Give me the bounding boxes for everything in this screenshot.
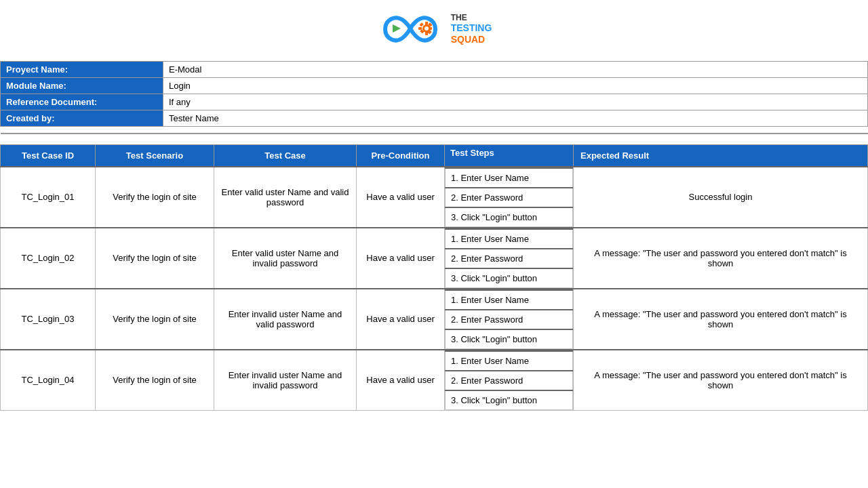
info-table: Proyect Name: E-Modal Module Name: Login…	[0, 61, 868, 134]
step-item: 1. Enter User Name	[446, 168, 573, 188]
logo-container: THE TESTING SQUAD	[376, 7, 492, 51]
logo-icon	[376, 7, 444, 51]
test-steps: 1. Enter User Name2. Enter Password3. Cl…	[445, 289, 574, 350]
test-scenario: Verify the login of site	[96, 228, 214, 289]
test-scenario: Verify the login of site	[96, 289, 214, 350]
test-case-desc: Enter valid uster Name and invalid passw…	[214, 228, 357, 289]
svg-rect-4	[425, 32, 428, 35]
step-item: 3. Click "Login" button	[446, 329, 573, 349]
step-item: 1. Enter User Name	[446, 229, 573, 249]
header-scenario: Test Scenario	[96, 144, 214, 167]
created-label: Created by:	[1, 110, 163, 127]
svg-point-2	[425, 26, 429, 30]
table-row: TC_Login_01Verify the login of siteEnter…	[1, 167, 868, 228]
main-table: Test Case ID Test Scenario Test Case Pre…	[0, 144, 868, 411]
test-scenario: Verify the login of site	[96, 167, 214, 228]
svg-marker-0	[393, 24, 401, 33]
spacer-row	[1, 127, 868, 134]
test-case-id: TC_Login_04	[1, 350, 96, 411]
test-case-id: TC_Login_01	[1, 167, 96, 228]
reference-row: Reference Document: If any	[1, 94, 868, 110]
step-item: 2. Enter Password	[446, 310, 573, 329]
expected-result: Successful login	[574, 167, 868, 228]
project-value: E-Modal	[163, 62, 868, 78]
precondition: Have a valid user	[357, 167, 445, 228]
precondition: Have a valid user	[357, 289, 445, 350]
table-header-row: Test Case ID Test Scenario Test Case Pre…	[1, 144, 868, 167]
table-row: TC_Login_04Verify the login of siteEnter…	[1, 350, 868, 411]
step-item: 2. Enter Password	[446, 249, 573, 268]
table-row: TC_Login_02Verify the login of siteEnter…	[1, 228, 868, 289]
test-case-id: TC_Login_02	[1, 228, 96, 289]
step-item: 3. Click "Login" button	[446, 268, 573, 288]
test-case-desc: Enter valid uster Name and valid passwor…	[214, 167, 357, 228]
header-steps: Test Steps	[445, 144, 574, 167]
test-steps: 1. Enter User Name2. Enter Password3. Cl…	[445, 167, 574, 228]
created-row: Created by: Tester Name	[1, 110, 868, 127]
test-case-desc: Enter invalid uster Name and valid passw…	[214, 289, 357, 350]
logo-squad: SQUAD	[451, 34, 492, 45]
created-value: Tester Name	[163, 110, 868, 127]
expected-result: A message: "The user and password you en…	[574, 350, 868, 411]
header-section: THE TESTING SQUAD	[0, 0, 868, 61]
table-row: TC_Login_03Verify the login of siteEnter…	[1, 289, 868, 350]
test-steps: 1. Enter User Name2. Enter Password3. Cl…	[445, 228, 574, 289]
logo-the: THE	[451, 13, 492, 22]
precondition: Have a valid user	[357, 350, 445, 411]
step-item: 1. Enter User Name	[446, 351, 573, 371]
project-row: Proyect Name: E-Modal	[1, 62, 868, 78]
reference-label: Reference Document:	[1, 94, 163, 110]
reference-value: If any	[163, 94, 868, 110]
module-row: Module Name: Login	[1, 78, 868, 94]
precondition: Have a valid user	[357, 228, 445, 289]
header-case: Test Case	[214, 144, 357, 167]
expected-result: A message: "The user and password you en…	[574, 228, 868, 289]
step-item: 3. Click "Login" button	[446, 390, 573, 410]
step-item: 2. Enter Password	[446, 188, 573, 207]
project-label: Proyect Name:	[1, 62, 163, 78]
test-case-desc: Enter invalid uster Name and invalid pas…	[214, 350, 357, 411]
svg-rect-5	[418, 27, 422, 30]
header-id: Test Case ID	[1, 144, 96, 167]
svg-rect-7	[419, 22, 423, 26]
step-item: 2. Enter Password	[446, 371, 573, 390]
step-item: 1. Enter User Name	[446, 290, 573, 310]
logo-testing: TESTING	[451, 22, 492, 34]
expected-result: A message: "The user and password you en…	[574, 289, 868, 350]
step-item: 3. Click "Login" button	[446, 207, 573, 227]
module-value: Login	[163, 78, 868, 94]
test-scenario: Verify the login of site	[96, 350, 214, 411]
header-result: Expected Result	[574, 144, 868, 167]
svg-rect-6	[429, 27, 432, 30]
svg-rect-3	[425, 22, 428, 25]
test-steps: 1. Enter User Name2. Enter Password3. Cl…	[445, 350, 574, 411]
test-case-id: TC_Login_03	[1, 289, 96, 350]
header-precondition: Pre-Condition	[357, 144, 445, 167]
module-label: Module Name:	[1, 78, 163, 94]
logo-text: THE TESTING SQUAD	[451, 13, 492, 45]
